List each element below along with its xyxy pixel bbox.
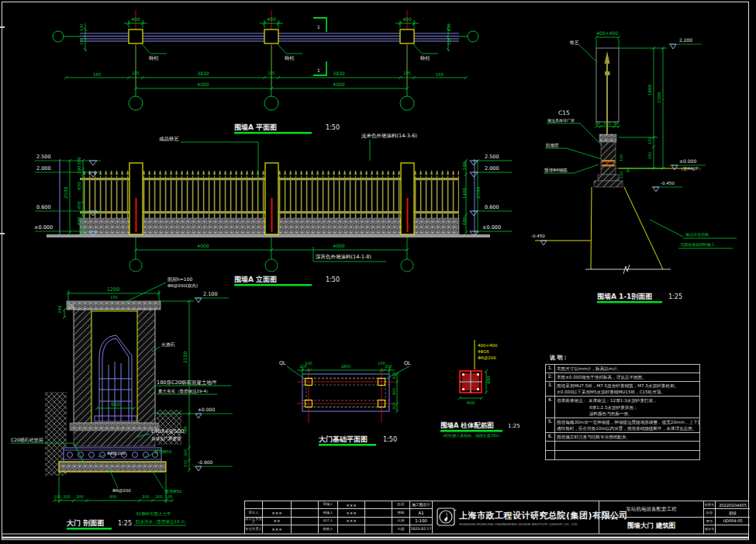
label-embed: 预埋Φ50	[164, 489, 182, 494]
section-1-1-view: 400×400 铁艺 80 240 80 C15 做法具体详厂家 防潮层 预埋Φ…	[531, 30, 737, 303]
tb-label: 审核人	[319, 501, 338, 509]
dim-2500: 2500	[63, 187, 68, 199]
tb-label: 比例	[392, 518, 410, 525]
gate-wall-right	[137, 310, 155, 423]
label-angle-steel-2: 具体见厂家要求	[151, 436, 181, 442]
note-number: 2.	[546, 373, 555, 381]
level-low-text: -0.450	[661, 181, 675, 185]
note-line: 遇转角时，应在转角10m以内设置，围墙基础随缝断开，具体详见总图。	[557, 425, 698, 431]
label-embed-rebar: 预埋Φ8钢筋	[544, 168, 568, 173]
note-line: 围墙采用MU7.5砖，M7.5混合砂浆砌筑，M7.5水泥砂浆粉刷。	[557, 383, 698, 389]
label-paint-top: 浅米色外墙涂料(14-3-6)	[361, 133, 417, 139]
section-1-1-title: 围墙A 1-1剖面图	[597, 293, 652, 300]
tb-label: 制图人	[319, 525, 338, 533]
company-block: * 上海市政工程设计研究总院(集团)有限公司 SHANGHAI MUNICIPA…	[433, 501, 599, 534]
title-underline	[67, 528, 112, 530]
dim-185: 185	[268, 71, 275, 75]
label-ql: QL	[68, 303, 75, 310]
dim-400: 400	[467, 400, 475, 405]
dim-1200: 1200	[107, 286, 120, 293]
dim-80: 80	[626, 168, 630, 172]
level-zero-sub: （室外地坪）	[679, 166, 702, 171]
dim-400x400: 400×400	[596, 30, 618, 36]
tb-value: 1:100	[410, 518, 433, 525]
label-c15-sub: 做法具体详厂家	[547, 118, 575, 123]
tb-values-2: ××× ××× ×××	[338, 501, 365, 534]
info-label: 档案号	[704, 501, 716, 508]
info-label: 图号	[704, 518, 716, 525]
dim-4000: 4000	[197, 81, 209, 87]
dim-1800: 1800	[647, 85, 652, 95]
dim-400: 400	[267, 16, 276, 22]
tb-label	[245, 501, 263, 509]
dim-185: 185	[132, 71, 140, 75]
gravel-note-2: 防水排水（垫层做法19-3）	[136, 519, 188, 525]
dim-2100: 2100	[182, 352, 188, 363]
info-label: 阶段	[704, 509, 716, 516]
dim-150: 150	[110, 295, 118, 300]
column-spec-3: Φ6@200	[478, 355, 496, 360]
footing-masonry	[74, 431, 155, 446]
note-line: 本图±0.000相当于绝对标高，详见总平面图。	[557, 374, 698, 380]
title-block: 审定人 设计总负责人 专业负责人 ××× ×× ××× 审核人 校核人 设计人 …	[244, 501, 749, 534]
gate-section-title: 大门 剖面图	[67, 519, 104, 527]
label-ironwork: 成品铁艺	[159, 136, 180, 142]
column-spec-2: 4Φ16	[478, 349, 489, 354]
note-row: 1. 本图尺寸以mm计，标高以m计。	[546, 365, 699, 373]
dim-150: 150	[647, 137, 652, 144]
gate-cap-slab	[67, 301, 161, 310]
tb-label: 图幅	[392, 509, 410, 517]
info-value: 初设	[716, 509, 750, 516]
tb-value: 2023.02.17	[410, 525, 433, 533]
note-line: 墙体装修做法： 具体做法：12厚1:3水泥砂浆打底，	[557, 397, 698, 404]
tb-value: 施工图设计	[410, 501, 433, 509]
foundation-posts	[306, 379, 385, 407]
dim-450: 450	[77, 201, 81, 210]
dim-2500: 2500	[475, 187, 481, 199]
label-rebar: Φ8@200	[112, 488, 131, 493]
gate-foundation-plan: QL QL 200 100 2800 100 200 300 800 300 大…	[279, 360, 411, 446]
dim: 300	[392, 372, 396, 379]
tb-value	[263, 501, 292, 509]
note-row-empty	[546, 442, 699, 451]
dim-100: 100	[183, 459, 188, 467]
dim-165: 165	[93, 72, 102, 77]
s11-right-dims	[616, 47, 667, 170]
info-row: 阶段 初设	[704, 509, 750, 517]
note-number: 6.	[546, 433, 555, 441]
section-1-1-scale: 1:25	[668, 293, 682, 300]
note-row-empty	[546, 451, 699, 459]
dim-240: 240	[57, 305, 62, 314]
dim-120: 120	[619, 171, 623, 178]
dim-500: 500	[462, 161, 467, 170]
note-line: 本图尺寸以mm计，标高以m计。	[557, 366, 698, 372]
tb-value: A1	[410, 509, 433, 517]
title-underline	[319, 444, 376, 446]
note-row: 4. 墙体装修做法： 具体做法：12厚1:3水泥砂浆打底， 8厚1:2.5水泥砂…	[546, 397, 699, 418]
dim: 2800	[341, 364, 351, 369]
dim-210: 210	[79, 37, 84, 45]
dim-4000: 4000	[333, 243, 344, 248]
label-floor-1: 180厚C20细石混凝土地坪	[157, 379, 217, 386]
level-2500: 2.500	[485, 154, 499, 160]
foundation-scale: 1:50	[383, 436, 397, 443]
post-label: 砖柱	[285, 55, 295, 61]
label-stone: 火烧石	[161, 341, 175, 348]
general-notes: 说 明： 1. 本图尺寸以mm计，标高以m计。 2. 本图±0.000相当于绝对…	[545, 354, 708, 460]
drawing-sheet: 400 400 400 130 210 130 210 砖柱 砖柱 砖柱 1 1…	[0, 0, 756, 544]
dim-400: 400	[402, 16, 412, 22]
level-2100	[194, 298, 229, 303]
tb-value: ×××	[338, 518, 365, 525]
notes-title: 说 明：	[550, 354, 708, 362]
tb-values-1: ××× ×× ×××	[263, 501, 292, 534]
dim: 300	[392, 402, 396, 410]
chain-dim: 100	[165, 494, 173, 499]
tb-values-3: 施工图设计 A1 1:100 2023.02.17	[410, 501, 433, 534]
cap-note-1: 面层h=100	[167, 276, 192, 282]
note-number: 5.	[546, 418, 555, 432]
level-zero: ±0.000	[198, 407, 215, 412]
note-number: 3.	[546, 382, 555, 396]
column-detail-scale: 1:25	[508, 423, 520, 429]
level-0600: 0.600	[36, 204, 51, 210]
tb-labels-3: 阶段 图幅 比例 日期	[392, 501, 410, 534]
